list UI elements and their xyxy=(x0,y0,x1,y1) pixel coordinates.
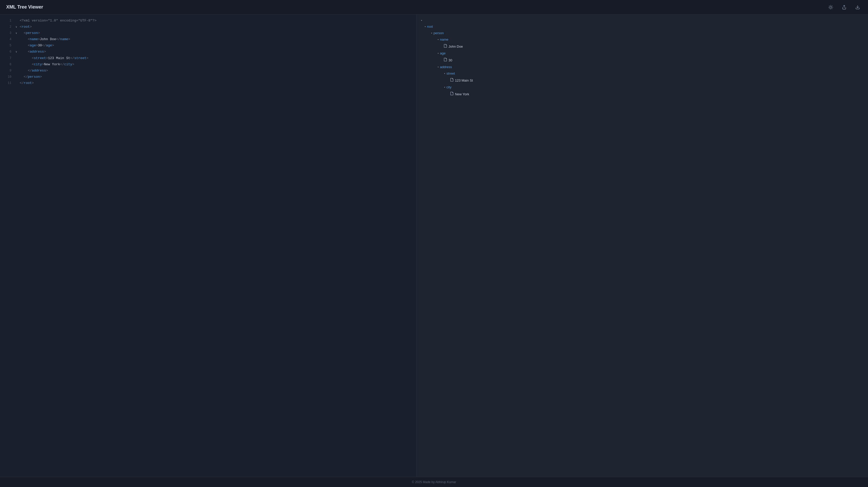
line-toggle[interactable]: ∨ xyxy=(16,31,19,35)
tree-root-collapse[interactable]: ▾ xyxy=(417,18,868,23)
download-button[interactable] xyxy=(854,3,862,11)
chevron-down-icon: ▾ xyxy=(444,72,445,75)
line-number: 7 xyxy=(4,56,11,61)
app-title: XML Tree Viewer xyxy=(6,4,43,10)
share-icon xyxy=(842,5,846,9)
svg-point-0 xyxy=(830,6,832,8)
tree-node-label: 123 Main St xyxy=(455,79,473,82)
chevron-down-icon: ▾ xyxy=(425,25,426,28)
tree-panel[interactable]: ▾ ▾ root ▾ person ▾ name John Doe xyxy=(417,14,868,477)
code-line-8: 8 <city>New York</city> xyxy=(0,61,416,68)
code-content: </root> xyxy=(20,80,34,86)
tree-node-label: root xyxy=(427,25,433,29)
code-line-10: 10 </person> xyxy=(0,74,416,80)
tree-node-name[interactable]: ▾ name xyxy=(417,36,868,43)
app-footer: © 2025 Made by Abhirup Kumar xyxy=(0,477,868,487)
chevron-down-icon: ▾ xyxy=(444,86,445,89)
file-icon xyxy=(444,58,447,62)
code-line-2: 2 ∨ <root> xyxy=(0,24,416,30)
chevron-down-icon: ▾ xyxy=(437,52,439,55)
code-panel[interactable]: 1 <?xml version="1.0" encoding="UTF-8"?>… xyxy=(0,14,417,477)
code-content: <address> xyxy=(20,49,46,55)
tree-node-label: 30 xyxy=(448,58,452,62)
file-icon xyxy=(444,44,447,49)
tree-node-age-value[interactable]: 30 xyxy=(417,57,868,64)
tree-node-street[interactable]: ▾ street xyxy=(417,70,868,77)
tree-node-root[interactable]: ▾ root xyxy=(417,23,868,30)
line-number: 4 xyxy=(4,37,11,42)
header-toolbar xyxy=(827,3,862,11)
tree-node-label: street xyxy=(446,71,455,75)
line-number: 6 xyxy=(4,49,11,54)
theme-toggle-button[interactable] xyxy=(827,3,835,11)
footer-text: © 2025 Made by Abhirup Kumar xyxy=(412,480,456,484)
line-number: 1 xyxy=(4,18,11,23)
line-number: 5 xyxy=(4,43,11,48)
code-line-3: 3 ∨ <person> xyxy=(0,30,416,36)
code-content: <street>123 Main St</street> xyxy=(20,55,88,61)
tree-node-label: age xyxy=(440,51,446,55)
tree-node-label: address xyxy=(440,65,452,69)
code-content: </person> xyxy=(20,74,42,80)
code-line-11: 11 </root> xyxy=(0,80,416,86)
tree-node-label: city xyxy=(446,85,452,89)
code-content: <root> xyxy=(20,24,32,30)
line-toggle[interactable]: ∨ xyxy=(16,25,19,29)
main-content: 1 <?xml version="1.0" encoding="UTF-8"?>… xyxy=(0,14,868,477)
file-icon xyxy=(450,78,454,83)
code-content: <city>New York</city> xyxy=(20,62,74,67)
tree-node-person[interactable]: ▾ person xyxy=(417,30,868,36)
svg-line-8 xyxy=(832,6,832,6)
tree-node-city[interactable]: ▾ city xyxy=(417,84,868,90)
tree-node-label: New York xyxy=(455,92,469,96)
code-content: <person> xyxy=(20,30,40,36)
app-header: XML Tree Viewer xyxy=(0,0,868,14)
chevron-down-icon: ▾ xyxy=(437,65,439,69)
line-number: 2 xyxy=(4,24,11,30)
tree-node-age[interactable]: ▾ age xyxy=(417,50,868,57)
chevron-down-icon: ▾ xyxy=(437,38,439,41)
code-content: <name>John Doe</name> xyxy=(20,36,70,42)
line-number: 11 xyxy=(4,81,11,86)
tree-node-street-value[interactable]: 123 Main St xyxy=(417,77,868,84)
tree-node-city-value[interactable]: New York xyxy=(417,90,868,98)
code-line-6: 6 ∨ <address> xyxy=(0,49,416,55)
code-line-7: 7 <street>123 Main St</street> xyxy=(0,55,416,61)
code-line-1: 1 <?xml version="1.0" encoding="UTF-8"?> xyxy=(0,18,416,24)
tree-node-label: John Doe xyxy=(448,44,463,49)
line-number: 10 xyxy=(4,74,11,80)
sun-icon xyxy=(828,5,833,9)
line-number: 8 xyxy=(4,62,11,67)
share-button[interactable] xyxy=(840,3,848,11)
code-line-9: 9 </address> xyxy=(0,68,416,74)
code-line-5: 5 <age>30</age> xyxy=(0,42,416,49)
tree-node-label: name xyxy=(440,37,448,41)
chevron-down-icon: ▾ xyxy=(421,19,422,22)
file-icon xyxy=(450,92,454,96)
tree-node-label: person xyxy=(433,31,444,35)
code-line-4: 4 <name>John Doe</name> xyxy=(0,36,416,42)
code-content: </address> xyxy=(20,68,48,73)
download-icon xyxy=(855,5,860,9)
line-number: 3 xyxy=(4,31,11,36)
code-content: <age>30</age> xyxy=(20,43,54,49)
tree-node-address[interactable]: ▾ address xyxy=(417,64,868,70)
code-content: <?xml version="1.0" encoding="UTF-8"?> xyxy=(20,18,96,24)
line-toggle[interactable]: ∨ xyxy=(16,50,19,54)
chevron-down-icon: ▾ xyxy=(431,32,432,35)
tree-node-john-doe[interactable]: John Doe xyxy=(417,43,868,50)
line-number: 9 xyxy=(4,68,11,73)
